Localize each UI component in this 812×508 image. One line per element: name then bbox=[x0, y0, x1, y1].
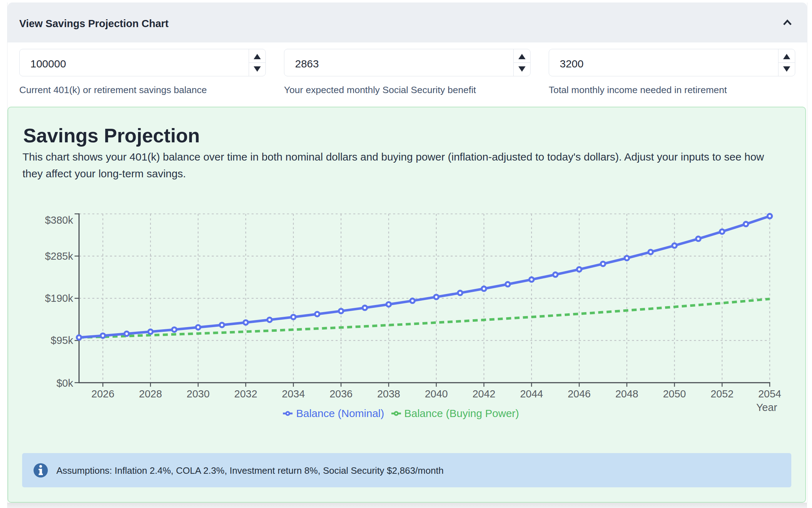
svg-text:2036: 2036 bbox=[330, 388, 353, 400]
svg-text:2054: 2054 bbox=[758, 388, 781, 400]
svg-text:2034: 2034 bbox=[282, 388, 305, 400]
svg-text:2030: 2030 bbox=[187, 388, 210, 400]
svg-text:2026: 2026 bbox=[91, 388, 115, 400]
svg-text:2052: 2052 bbox=[711, 388, 734, 400]
svg-text:$190k: $190k bbox=[45, 293, 73, 304]
svg-text:2050: 2050 bbox=[663, 388, 686, 400]
svg-text:2044: 2044 bbox=[520, 388, 543, 400]
svg-text:2038: 2038 bbox=[377, 388, 400, 400]
svg-text:Balance (Nominal): Balance (Nominal) bbox=[296, 407, 384, 419]
svg-text:2028: 2028 bbox=[139, 388, 162, 400]
svg-text:Assumptions: Inflation 2.4%, C: Assumptions: Inflation 2.4%, COLA 2.3%, … bbox=[56, 465, 443, 476]
svg-text:2042: 2042 bbox=[472, 388, 496, 400]
svg-text:2046: 2046 bbox=[568, 388, 591, 400]
svg-text:2040: 2040 bbox=[425, 388, 448, 400]
svg-text:$0k: $0k bbox=[56, 377, 73, 389]
svg-text:2048: 2048 bbox=[615, 388, 639, 400]
svg-text:Balance (Buying Power): Balance (Buying Power) bbox=[404, 407, 519, 419]
svg-text:2032: 2032 bbox=[234, 388, 258, 400]
svg-text:$95k: $95k bbox=[51, 335, 73, 346]
svg-text:Year: Year bbox=[756, 402, 777, 413]
svg-text:$285k: $285k bbox=[45, 250, 73, 262]
svg-text:$380k: $380k bbox=[45, 214, 73, 226]
